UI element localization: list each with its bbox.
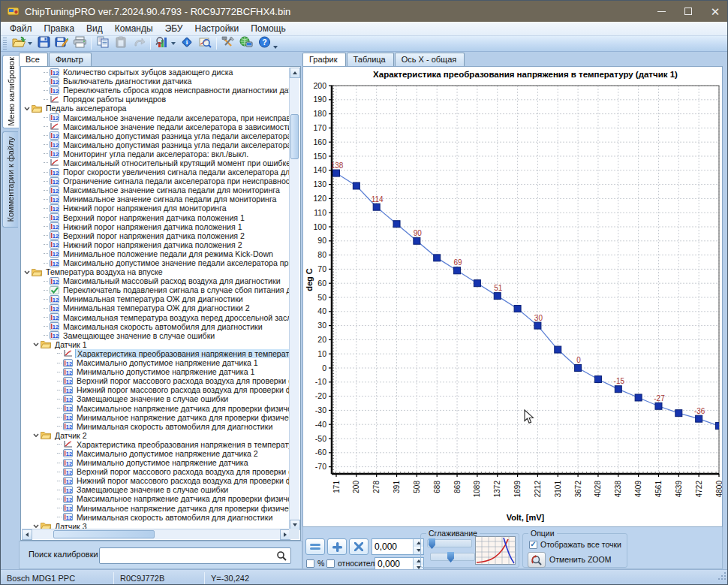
tree-item[interactable]: 12Максимально допустимое напряжение датч…: [21, 358, 290, 367]
tree-item[interactable]: 12Максимально допустимая разница угла пе…: [21, 140, 290, 149]
tree-item[interactable]: 12Максимально допустимое напряжение датч…: [21, 449, 290, 458]
zoom-chart-button[interactable]: [197, 37, 213, 51]
sidebar-tab-comments[interactable]: Комментарии к файлу: [2, 131, 18, 228]
chevron-down-icon[interactable]: [24, 106, 30, 111]
tree-item[interactable]: 12Максимальный массовый расход воздуха д…: [21, 276, 290, 285]
print-button[interactable]: [71, 37, 88, 51]
tools-button[interactable]: [220, 37, 236, 51]
save-file-button[interactable]: [35, 37, 52, 51]
tree-item[interactable]: 12Нижний порог напряжения датчика положе…: [21, 222, 290, 231]
tree-item[interactable]: 12Верхний порог напряжения датчика полож…: [21, 213, 290, 222]
tab-filter[interactable]: Фильтр: [49, 53, 92, 66]
minimize-button[interactable]: [648, 1, 675, 22]
tree-item[interactable]: 12Минимальное положение педали для режим…: [21, 249, 290, 258]
tab-grafik[interactable]: График: [302, 53, 346, 66]
info-diamond-button[interactable]: i: [179, 37, 195, 51]
chevron-down-icon[interactable]: [33, 433, 39, 438]
close-button[interactable]: ✕: [702, 1, 728, 22]
maximize-button[interactable]: [675, 1, 702, 22]
tree-item[interactable]: Характеристика преобразования напряжения…: [21, 440, 290, 449]
show-all-points-checkbox[interactable]: ✓ Отображать все точки: [529, 540, 621, 549]
tree-item[interactable]: 12Максимальная скорость автомобиля для д…: [21, 322, 290, 331]
tree-item[interactable]: 12Количество скрытых зубцов задающего ди…: [21, 68, 290, 77]
help-button[interactable]: ?: [256, 37, 272, 51]
tree-item[interactable]: 12Нижний порог напряжения для мониторинг…: [21, 204, 290, 213]
tree-item[interactable]: 12Нижний порог массового расхода воздуха…: [21, 385, 290, 394]
web-update-button[interactable]: [238, 37, 254, 51]
tree-item[interactable]: Порядок работы цилиндров: [21, 95, 290, 104]
menu-item-help[interactable]: Помощь: [245, 22, 291, 35]
percent-checkbox[interactable]: %: [306, 559, 324, 568]
copy-button[interactable]: [95, 37, 111, 51]
tree-item[interactable]: 12Переключатель сброса кодов неисправнос…: [21, 86, 290, 95]
tree-folder[interactable]: Педаль акселератора: [21, 104, 290, 113]
menu-item-file[interactable]: Файл: [4, 22, 38, 35]
smoothing-slider-1[interactable]: [427, 539, 472, 547]
slider-thumb[interactable]: [447, 552, 454, 562]
tree-folder[interactable]: Температура воздуха на впуске: [21, 267, 290, 276]
menu-item-view[interactable]: Вид: [80, 22, 109, 35]
tree-item[interactable]: 12Максимальное напряжение датчика для пр…: [21, 403, 290, 412]
tab-all[interactable]: Все: [19, 53, 48, 66]
toolbar-overflow-button[interactable]: [273, 37, 278, 51]
slider-thumb[interactable]: [429, 538, 435, 549]
tree-item[interactable]: 12Верхний порог массового расхода воздух…: [21, 467, 290, 476]
value-input[interactable]: [375, 540, 411, 553]
tree-item[interactable]: 12Максимальное значение сигнала педали д…: [21, 185, 290, 194]
tree-item[interactable]: 12Верхний порог массового расхода воздух…: [21, 376, 290, 385]
tree-item[interactable]: 12Минимальное напряжение датчика для про…: [21, 413, 290, 422]
search-icon[interactable]: [276, 550, 287, 565]
tree-item[interactable]: 12Минимальная скорость автомобиля для ди…: [21, 422, 290, 431]
save-as-button[interactable]: [53, 37, 70, 51]
tree-vertical-scrollbar[interactable]: [289, 68, 299, 530]
search-input[interactable]: [101, 549, 274, 562]
menu-item-commands[interactable]: Команды: [109, 22, 159, 35]
tree-item[interactable]: 12Мониторинг угла педали акселератора: в…: [21, 149, 290, 158]
tree-item[interactable]: 12Выключатель диагностики датчика: [21, 77, 290, 86]
dropdown-caret-icon[interactable]: [171, 42, 176, 45]
tree-item[interactable]: 12Минимальная температура ОЖ для диагнос…: [21, 303, 290, 312]
tree-item[interactable]: 12Минимальная температура ОЖ для диагнос…: [21, 294, 290, 303]
tree-item[interactable]: 12Нижний порог массового расхода воздуха…: [21, 476, 290, 485]
tree-folder[interactable]: Датчик 2: [21, 431, 290, 440]
tree-item[interactable]: 12Минимальное напряжение датчика для про…: [21, 504, 290, 513]
scroll-up-button[interactable]: [290, 68, 300, 78]
relative-value-input[interactable]: [378, 559, 411, 569]
tree-item[interactable]: 12Ограничение сигнала педали акселератор…: [21, 176, 290, 185]
tree-item[interactable]: 12Замещающее значение в случае ошибки: [21, 331, 290, 340]
tree-item[interactable]: Характеристика преобразования напряжения…: [21, 349, 290, 358]
chevron-down-icon[interactable]: [24, 270, 30, 275]
tab-os-x[interactable]: Ось X - общая: [395, 53, 465, 66]
tree-item[interactable]: Переключатель подавления сигнала в случа…: [21, 285, 290, 294]
scroll-left-button[interactable]: [22, 529, 32, 540]
chart-view-button[interactable]: [154, 37, 170, 51]
multiply-button[interactable]: [349, 538, 369, 555]
tree-item[interactable]: 12Минимальное значение сигнала педали дл…: [21, 194, 290, 204]
resize-grip[interactable]: [717, 571, 727, 584]
horizontal-scroll-thumb[interactable]: [53, 530, 155, 538]
tree-item[interactable]: 12Минимально допустимое напряжение датчи…: [21, 367, 290, 376]
tree-item[interactable]: 12Минимально допустимое напряжение датчи…: [21, 458, 290, 467]
toolbar-grip[interactable]: [3, 38, 7, 50]
tree-item[interactable]: Максимальное значение педали акселератор…: [21, 122, 290, 131]
tree-folder[interactable]: Датчик 1: [21, 340, 290, 349]
tree-horizontal-scrollbar[interactable]: [22, 529, 290, 539]
dropdown-caret-icon[interactable]: [28, 42, 32, 45]
tree-item[interactable]: 12Максимальная температура воздуха перед…: [21, 313, 290, 322]
tab-tablica[interactable]: Таблица: [347, 53, 394, 66]
menu-item-settings[interactable]: Настройки: [188, 22, 245, 35]
tree-item[interactable]: 12Верхний порог напряжения датчика полож…: [21, 231, 290, 240]
open-file-button[interactable]: [11, 37, 27, 51]
add-value-button[interactable]: [327, 538, 347, 555]
tree-item[interactable]: 12Максимальное напряжение датчика для пр…: [21, 494, 290, 503]
cancel-zoom-button[interactable]: [528, 552, 546, 568]
menu-item-edit[interactable]: Правка: [38, 22, 81, 35]
equalize-button[interactable]: [305, 538, 325, 555]
vertical-scroll-thumb[interactable]: [290, 114, 299, 159]
tree-item[interactable]: 12Максимальное значение педали акселерат…: [21, 113, 290, 122]
sidebar-tab-calibrations[interactable]: Меню калибровок: [2, 55, 19, 128]
chevron-down-icon[interactable]: [33, 342, 39, 347]
menu-item-ecu[interactable]: ЭБУ: [159, 22, 189, 35]
tree-item[interactable]: Максимальный относительный крутящий моме…: [21, 158, 290, 167]
tree-item[interactable]: 12Максимально допустимая разница угла пе…: [21, 131, 290, 140]
